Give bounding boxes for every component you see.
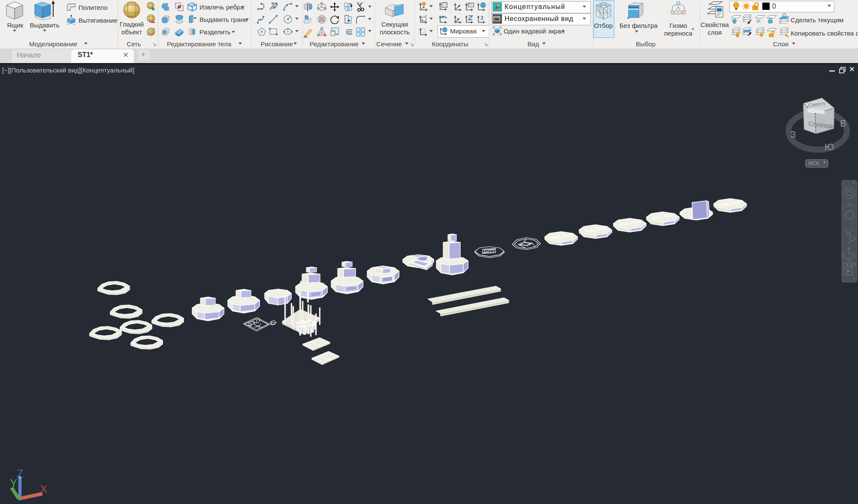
svg-text:В: В (840, 118, 846, 129)
svg-text:Y: Y (10, 477, 17, 489)
svg-text:x: x (424, 14, 427, 18)
svg-text:МСК: МСК (808, 160, 819, 166)
svg-text:З: З (790, 129, 796, 140)
svg-text:3: 3 (480, 15, 483, 21)
svg-text:Z: Z (17, 467, 24, 480)
svg-text:X: X (40, 483, 47, 495)
svg-text:Ю: Ю (825, 142, 834, 152)
